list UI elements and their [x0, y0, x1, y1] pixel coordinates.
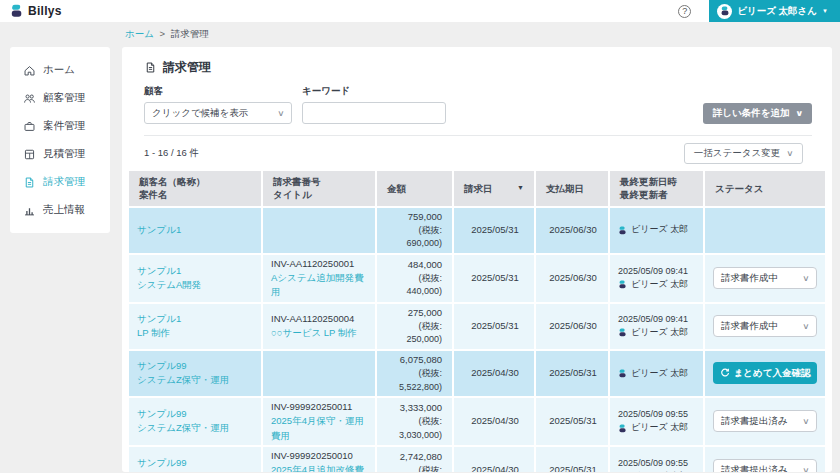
table-header-row: 顧客名（略称） 案件名 請求書番号 タイトル 金額 請求日 ▼ 支払期: [129, 171, 825, 208]
amount-tax-excluded: (税抜: 2,492,800): [385, 464, 442, 472]
bill-date: 2025/04/30: [454, 447, 536, 472]
billys-mini-logo-icon: [618, 226, 627, 235]
result-count: 1 - 16 / 16 件: [144, 147, 199, 160]
header-bill-date[interactable]: 請求日 ▼: [454, 171, 536, 208]
bill-date: 2025/04/30: [454, 398, 536, 447]
updated-at: 2025/05/09 09:55: [618, 457, 697, 471]
caret-down-icon: ▼: [822, 8, 828, 14]
sidebar-item-label: 請求管理: [43, 175, 85, 189]
invoice-number: INV-AA1120250004: [271, 312, 369, 326]
due-date: 2025/06/30: [536, 255, 610, 304]
table-row[interactable]: サンプル99 システムZ保守・運用 INV-999920250010 2025年…: [129, 447, 825, 472]
status-dropdown[interactable]: 請求書提出済み ∨: [713, 410, 817, 432]
invoice-table-body: サンプル1 759,000 (税抜: 690,000) 2025/05/31 2…: [129, 208, 825, 472]
chevron-down-icon: ∨: [802, 466, 809, 472]
updater-name: ビリーズ 太郎: [631, 470, 688, 472]
sidebar-item-estimates[interactable]: 見積管理: [10, 140, 110, 168]
logo-text: Billys: [28, 4, 62, 18]
chevron-down-icon: ∨: [802, 274, 809, 283]
bulk-status-label: 一括ステータス変更: [694, 147, 780, 160]
keyword-input[interactable]: [302, 102, 446, 124]
invoice-title-link[interactable]: 2025年4月追加改修費用: [271, 463, 369, 472]
bill-date: 2025/05/31: [454, 255, 536, 304]
user-name: ビリーズ 太郎さん: [737, 5, 817, 18]
amount-value: 275,000: [385, 306, 442, 320]
table-row[interactable]: サンプル1 LP 制作 INV-AA1120250004 ○○サービス LP 制…: [129, 304, 825, 351]
updated-at: 2025/05/09 09:55: [618, 408, 697, 422]
sidebar-item-home[interactable]: ホーム: [10, 56, 110, 84]
case-link[interactable]: システムZ保守・運用: [137, 421, 255, 435]
updater-name: ビリーズ 太郎: [631, 223, 688, 237]
amount-tax-excluded: (税抜: 250,000): [385, 320, 442, 347]
amount-tax-excluded: (税抜: 3,030,000): [385, 415, 442, 442]
status-dropdown[interactable]: 請求書作成中 ∨: [713, 267, 817, 289]
user-avatar: [717, 4, 732, 19]
sidebar-item-cases[interactable]: 案件管理: [10, 112, 110, 140]
customer-link[interactable]: サンプル99: [137, 359, 255, 373]
sidebar-item-label: ホーム: [43, 63, 75, 77]
customers-icon: [23, 92, 36, 105]
main-panel: 請求管理 顧客 クリックで候補を表示 ∨ キーワード 詳しい条件を追加 ∨: [122, 47, 832, 472]
status-label: 請求書作成中: [721, 272, 778, 285]
sidebar-item-customers[interactable]: 顧客管理: [10, 84, 110, 112]
sidebar-item-label: 見積管理: [43, 147, 85, 161]
billys-mini-logo-icon: [618, 369, 627, 378]
case-link[interactable]: システムZ保守・運用: [137, 373, 255, 387]
status-dropdown[interactable]: 請求書作成中 ∨: [713, 315, 817, 337]
updater-name: ビリーズ 太郎: [631, 326, 688, 340]
billys-mini-logo-icon: [618, 328, 627, 337]
billys-mini-logo-icon: [618, 280, 627, 289]
sort-desc-icon[interactable]: ▼: [517, 183, 524, 193]
chevron-down-icon: ∨: [277, 109, 284, 118]
header-due-date: 支払期日: [536, 171, 610, 208]
amount-tax-excluded: (税抜: 440,000): [385, 272, 442, 299]
bar-chart-icon: [23, 204, 36, 217]
header-invoice: 請求書番号 タイトル: [263, 171, 377, 208]
table-row[interactable]: サンプル99 システムZ保守・運用 6,075,080 (税抜: 5,522,8…: [129, 351, 825, 398]
add-conditions-button[interactable]: 詳しい条件を追加 ∨: [703, 103, 812, 124]
sidebar-item-invoices[interactable]: 請求管理: [10, 168, 110, 196]
user-menu-button[interactable]: ビリーズ 太郎さん ▼: [709, 0, 840, 22]
customer-link[interactable]: サンプル99: [137, 407, 255, 421]
estimate-icon: [23, 148, 36, 161]
updater: ビリーズ 太郎: [618, 326, 697, 340]
sidebar-item-sales[interactable]: 売上情報: [10, 196, 110, 224]
bulk-status-button[interactable]: 一括ステータス変更 ∨: [684, 143, 803, 164]
customer-link[interactable]: サンプル1: [137, 264, 255, 278]
table-row[interactable]: サンプル1 システムA開発 INV-AA1120250001 Aシステム追加開発…: [129, 255, 825, 304]
app-logo: Billys: [10, 4, 62, 18]
table-row[interactable]: サンプル1 759,000 (税抜: 690,000) 2025/05/31 2…: [129, 208, 825, 255]
due-date: 2025/05/31: [536, 398, 610, 447]
customer-select[interactable]: クリックで候補を表示 ∨: [144, 102, 292, 124]
breadcrumb-home-link[interactable]: ホーム: [125, 28, 154, 39]
topbar: Billys ? ビリーズ 太郎さん ▼: [0, 0, 840, 22]
bill-date: 2025/04/30: [454, 351, 536, 398]
bulk-payment-confirm-button[interactable]: まとめて入金確認: [713, 362, 818, 384]
case-link[interactable]: システムZ保守・運用: [137, 470, 255, 472]
customer-link[interactable]: サンプル1: [137, 223, 255, 237]
amount-value: 2,742,080: [385, 450, 442, 464]
case-link[interactable]: LP 制作: [137, 326, 255, 340]
page-title-icon: [144, 61, 157, 74]
status-dropdown[interactable]: 請求書提出済み ∨: [713, 459, 817, 472]
page-title: 請求管理: [163, 59, 211, 76]
due-date: 2025/06/30: [536, 208, 610, 255]
invoice-number: INV-AA1120250001: [271, 257, 369, 271]
header-customer: 顧客名（略称） 案件名: [129, 171, 263, 208]
invoice-title-link[interactable]: ○○サービス LP 制作: [271, 326, 369, 340]
refresh-icon: [720, 368, 730, 378]
help-icon[interactable]: ?: [678, 5, 691, 18]
customer-link[interactable]: サンプル1: [137, 312, 255, 326]
updater: ビリーズ 太郎: [618, 470, 697, 472]
invoice-title-link[interactable]: 2025年4月保守・運用費用: [271, 414, 369, 443]
updated-at: 2025/05/09 09:41: [618, 313, 697, 327]
amount-value: 3,333,000: [385, 401, 442, 415]
billys-mini-logo-icon: [618, 424, 627, 433]
table-row[interactable]: サンプル99 システムZ保守・運用 INV-999920250011 2025年…: [129, 398, 825, 447]
customer-link[interactable]: サンプル99: [137, 456, 255, 470]
updater-name: ビリーズ 太郎: [631, 278, 688, 292]
case-link[interactable]: システムA開発: [137, 278, 255, 292]
keyword-filter-label: キーワード: [302, 85, 446, 98]
invoice-title-link[interactable]: Aシステム追加開発費用: [271, 271, 369, 300]
customer-select-placeholder: クリックで候補を表示: [152, 107, 248, 120]
